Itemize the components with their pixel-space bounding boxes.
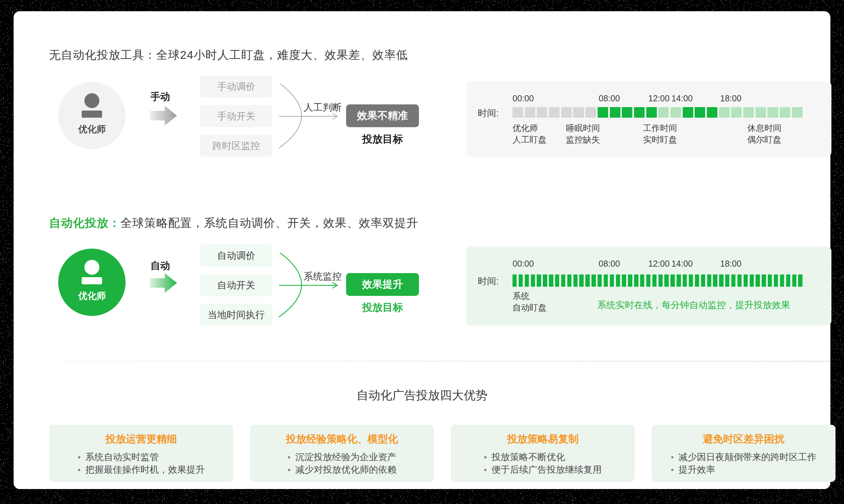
advantages-title: 自动化广告投放四大优势 xyxy=(14,387,830,403)
timeline-segment xyxy=(634,107,645,118)
manual-timeline-notes: 优化师人工盯盘睡眠时间监控缺失工作时间实时盯盘休息时间偶尔盯盘 xyxy=(513,81,802,157)
timeline-bar xyxy=(756,274,760,287)
timeline-note: 休息时间偶尔盯盘 xyxy=(747,122,781,145)
timeline-bar xyxy=(798,274,802,287)
actor-label: 优化师 xyxy=(78,290,106,302)
auto-section-title: 自动化投放：全球策略配置，系统自动调价、开关，效果、效率双提升 xyxy=(49,215,418,231)
advantage-card-title: 避免时区差异困扰 xyxy=(652,432,835,446)
timeline-bar xyxy=(640,274,644,287)
manual-section-title: 无自动化投放工具：全球24小时人工盯盘，难度大、效果差、效率低 xyxy=(49,47,408,63)
system-monitor-note: 系统 自动盯盘 xyxy=(513,290,547,313)
timeline-note: 优化师人工盯盘 xyxy=(513,122,547,145)
advantage-bullet-list: 减少因日夜颠倒带来的跨时区工作提升效率 xyxy=(671,451,816,476)
optimizer-avatar-auto: 优化师 xyxy=(58,249,126,316)
auto-highlight-note: 系统实时在线，每分钟自动监控，提升投放效果 xyxy=(597,299,790,311)
timeline-bar xyxy=(701,274,705,287)
time-tick: 14:00 xyxy=(671,94,693,103)
manual-mode-label: 手动 xyxy=(150,90,170,104)
timeline-bar xyxy=(519,274,523,287)
time-axis-label: 时间: xyxy=(478,275,499,287)
timeline-bar xyxy=(549,274,553,287)
timeline-bar xyxy=(725,274,729,287)
infographic-canvas: 无自动化投放工具：全球24小时人工盯盘，难度大、效果差、效率低 优化师 手动 手… xyxy=(0,0,844,504)
timeline-bar xyxy=(762,274,766,287)
advantage-card: 投放经验策略化、模型化沉淀投放经验为企业资产减少对投放优化师的依赖 xyxy=(250,425,434,482)
step-box: 手动调价 xyxy=(200,75,272,98)
time-tick: 18:00 xyxy=(720,94,742,103)
timeline-bar xyxy=(604,274,608,287)
timeline-segment xyxy=(513,107,523,118)
actor-label: 优化师 xyxy=(78,123,106,135)
timeline-bar xyxy=(573,274,578,287)
timeline-segment xyxy=(537,107,547,118)
timeline-bar xyxy=(591,274,596,287)
timeline-note-line: 休息时间 xyxy=(747,122,781,134)
timeline-bar xyxy=(525,274,529,287)
auto-result-badge: 效果提升 xyxy=(346,273,419,296)
system-note-line1: 系统 xyxy=(513,290,547,302)
timeline-bar xyxy=(670,274,675,287)
advantage-card-title: 投放策略易复制 xyxy=(451,432,635,446)
converge-brace-arrow xyxy=(275,249,343,322)
timeline-bar xyxy=(689,274,693,287)
person-body xyxy=(82,111,102,118)
timeline-note-line: 实时盯盘 xyxy=(643,134,677,145)
timeline-bar xyxy=(555,274,559,287)
bullet-item: 减少因日夜颠倒带来的跨时区工作 xyxy=(671,451,816,464)
step-box: 自动开关 xyxy=(200,274,272,296)
bullet-item: 把握最佳操作时机，效果提升 xyxy=(78,464,205,476)
timeline-bar xyxy=(719,274,723,287)
auto-time-ticks: 00:0008:0012:0014:0018:00 xyxy=(513,259,802,269)
timeline-segment xyxy=(598,107,608,118)
timeline-note-line: 人工盯盘 xyxy=(513,134,547,145)
timeline-bar xyxy=(713,274,717,287)
timeline-note: 工作时间实时盯盘 xyxy=(643,122,677,145)
manual-time-ticks: 00:0008:0012:0014:0018:00 xyxy=(513,94,802,104)
person-icon xyxy=(82,260,102,284)
timeline-segment xyxy=(780,107,790,118)
timeline-bar xyxy=(598,274,602,287)
timeline-segment xyxy=(670,107,681,118)
timeline-bar xyxy=(531,274,535,287)
step-box: 手动开关 xyxy=(200,105,272,127)
advantage-bullet-list: 系统自动实时监管把握最佳操作时机，效果提升 xyxy=(78,451,205,476)
auto-title-rest: 全球策略配置，系统自动调价、开关，效果、效率双提升 xyxy=(120,216,418,229)
manual-timeline-panel: 时间: 00:0008:0012:0014:0018:00 优化师人工盯盘睡眠时… xyxy=(466,81,831,157)
auto-mode-label: 自动 xyxy=(150,259,170,273)
timeline-segment xyxy=(622,107,632,118)
timeline-bar xyxy=(731,274,735,287)
timeline-segment xyxy=(695,107,705,118)
timeline-segment xyxy=(683,107,693,118)
advantage-card: 投放运营更精细系统自动实时监管把握最佳操作时机，效果提升 xyxy=(49,425,233,482)
timeline-bar xyxy=(786,274,790,287)
timeline-segment xyxy=(756,107,766,118)
advantage-card: 投放策略易复制投放策略不断优化便于后续广告投放继续复用 xyxy=(451,425,635,482)
person-icon xyxy=(82,93,102,118)
person-head xyxy=(84,93,99,108)
timeline-segment xyxy=(792,107,802,118)
timeline-note-line: 工作时间 xyxy=(643,122,677,134)
bullet-item: 提升效率 xyxy=(671,464,816,476)
auto-goal-label: 投放目标 xyxy=(346,301,419,315)
timeline-segment xyxy=(707,107,717,118)
timeline-bar xyxy=(774,274,778,287)
auto-timeline-bars xyxy=(513,274,802,287)
timeline-bar xyxy=(652,274,656,287)
optimizer-avatar-manual: 优化师 xyxy=(58,82,126,149)
timeline-note-line: 睡眠时间 xyxy=(566,122,600,134)
time-tick: 14:00 xyxy=(671,259,693,269)
advantage-bullet-list: 投放策略不断优化便于后续广告投放继续复用 xyxy=(484,451,602,476)
time-tick: 00:00 xyxy=(513,94,534,103)
converge-brace-arrow xyxy=(275,80,343,153)
time-tick: 08:00 xyxy=(599,94,620,103)
timeline-bar xyxy=(707,274,711,287)
timeline-bar xyxy=(513,274,517,287)
bullet-item: 减少对投放优化师的依赖 xyxy=(288,464,396,476)
right-arrow-icon xyxy=(150,105,177,126)
bullet-item: 便于后续广告投放继续复用 xyxy=(484,464,602,476)
section-divider xyxy=(60,361,830,362)
advantage-card-title: 投放运营更精细 xyxy=(49,432,233,446)
timeline-bar xyxy=(585,274,589,287)
timeline-bar xyxy=(537,274,541,287)
timeline-bar xyxy=(567,274,571,287)
